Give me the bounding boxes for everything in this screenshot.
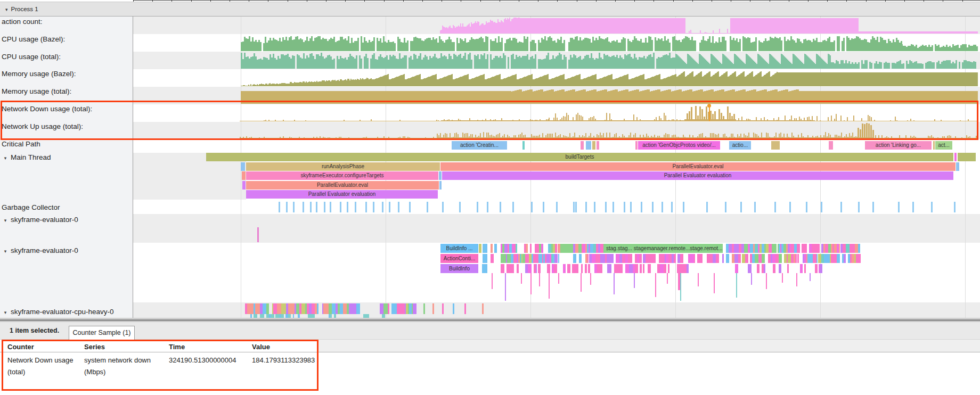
critical-path-slice[interactable]: act... xyxy=(935,141,952,150)
process-title: Process 1 xyxy=(11,6,38,12)
table-header-bg xyxy=(0,340,318,352)
main-thread-slice[interactable] xyxy=(242,171,246,180)
main-thread-slice[interactable]: ParallelEvaluator.eval xyxy=(246,181,439,190)
critical-path-slice[interactable] xyxy=(597,141,599,150)
track-label-text: Network Up usage (total): xyxy=(2,122,83,130)
critical-path-slice[interactable] xyxy=(522,141,525,150)
details-panel: 1 item selected. Counter Sample (1) Coun… xyxy=(0,322,980,395)
track-label-text: CPU usage (Bazel): xyxy=(2,35,65,43)
evaluator-slice[interactable]: stag.stag... stagemanager.remote...stage… xyxy=(602,244,723,253)
track-label-text: Critical Path xyxy=(2,140,40,148)
critical-path-slice[interactable] xyxy=(592,141,595,150)
main-thread-slice[interactable]: Parallel Evaluator evaluation xyxy=(442,171,953,180)
table-cell: Network Down usage (total) xyxy=(7,355,78,378)
main-thread-slice[interactable] xyxy=(954,153,957,161)
trace-viewer: ▾Process 1 action 'Creatin...action 'Gen… xyxy=(0,0,980,395)
critical-path-slice[interactable] xyxy=(586,141,591,150)
table-cell: system network down (Mbps) xyxy=(84,355,163,378)
panel-divider[interactable] xyxy=(0,318,980,322)
collapse-arrow-icon[interactable]: ▾ xyxy=(0,154,11,162)
track-label-text: CPU usage (total): xyxy=(2,53,61,61)
track-label: Garbage Collector xyxy=(0,203,60,211)
main-thread-slice[interactable] xyxy=(439,181,442,190)
track-label: Memory usage (Bazel): xyxy=(0,70,76,78)
track-sidebar: action count:CPU usage (Bazel):CPU usage… xyxy=(0,17,133,318)
main-thread-slice[interactable] xyxy=(958,153,976,161)
evaluator-slice[interactable]: BuildInfo ... xyxy=(440,244,478,253)
track-label-text: Network Down usage (total): xyxy=(2,105,92,113)
main-thread-slice[interactable]: buildTargets xyxy=(206,153,953,161)
main-thread-slice[interactable]: ParallelEvaluator.eval xyxy=(440,162,956,171)
table-header-value: Value xyxy=(252,343,270,351)
process-header[interactable]: ▾Process 1 xyxy=(0,2,980,17)
track-label: Critical Path xyxy=(0,140,40,148)
track-label[interactable]: ▾skyframe-evaluator-cpu-heavy-0 xyxy=(0,308,114,317)
critical-path-slice[interactable] xyxy=(829,141,833,150)
track-label[interactable]: ▾Main Thread xyxy=(0,153,51,162)
collapse-arrow-icon[interactable]: ▾ xyxy=(5,3,8,17)
tab-counter-sample[interactable]: Counter Sample (1) xyxy=(69,326,135,340)
table-header-counter: Counter xyxy=(7,343,34,351)
track-label-text: Main Thread xyxy=(11,153,51,161)
main-thread-slice[interactable] xyxy=(242,181,246,190)
track-label-text: Memory usage (Bazel): xyxy=(2,70,76,78)
table-cell: 324190.51300000004 xyxy=(169,355,249,366)
critical-path-slice[interactable] xyxy=(933,141,935,150)
selected-sample-marker[interactable] xyxy=(709,105,710,121)
selection-status: 1 item selected. xyxy=(10,327,59,334)
table-header-divider xyxy=(0,352,980,352)
collapse-arrow-icon[interactable]: ▾ xyxy=(0,309,11,317)
critical-path-slice[interactable]: action 'Creatin... xyxy=(452,141,507,150)
table-cell: 184.1793113323983 xyxy=(252,355,342,366)
track-label-text: Garbage Collector xyxy=(2,203,60,211)
track-label: Memory usage (total): xyxy=(0,87,71,95)
main-thread-slice[interactable]: skyframeExecutor.configureTargets xyxy=(246,171,438,180)
critical-path-slice[interactable] xyxy=(635,141,638,150)
table-header-series: Series xyxy=(84,343,105,351)
track-label: Network Down usage (total): xyxy=(0,105,92,113)
track-label: action count: xyxy=(0,18,43,26)
track-label-text: skyframe-evaluator-cpu-heavy-0 xyxy=(11,308,114,316)
critical-path-slice[interactable]: actio... xyxy=(729,141,751,150)
main-thread-slice[interactable]: Parallel Evaluator evaluation xyxy=(246,190,438,199)
collapse-arrow-icon[interactable]: ▾ xyxy=(0,217,11,225)
details-tab-bar: 1 item selected. Counter Sample (1) xyxy=(0,322,980,340)
evaluator-slice[interactable]: ActionConti... xyxy=(440,254,478,263)
track-label-text: skyframe-evaluator-0 xyxy=(11,246,78,254)
evaluator-slice[interactable] xyxy=(558,244,573,253)
track-label: CPU usage (total): xyxy=(0,53,61,61)
track-row[interactable] xyxy=(133,214,980,243)
critical-path-slice[interactable]: action 'Linking go... xyxy=(865,141,932,150)
track-label[interactable]: ▾skyframe-evaluator-0 xyxy=(0,246,78,256)
track-label: Network Up usage (total): xyxy=(0,122,83,130)
evaluator-slice[interactable]: BuildInfo xyxy=(440,264,478,273)
track-row[interactable] xyxy=(133,139,980,153)
track-label-text: Memory usage (total): xyxy=(2,87,71,95)
main-thread-slice[interactable] xyxy=(956,162,959,171)
track-label[interactable]: ▾skyframe-evaluator-0 xyxy=(0,216,78,225)
critical-path-slice[interactable] xyxy=(771,141,780,150)
main-thread-slice[interactable] xyxy=(439,171,442,180)
track-label: CPU usage (Bazel): xyxy=(0,35,65,43)
critical-path-slice[interactable]: action 'GenObjcProtos video/... xyxy=(638,141,720,150)
main-thread-slice[interactable]: runAnalysisPhase xyxy=(246,162,440,171)
track-label-text: skyframe-evaluator-0 xyxy=(11,216,78,224)
collapse-arrow-icon[interactable]: ▾ xyxy=(0,248,11,256)
main-thread-slice[interactable] xyxy=(241,162,245,171)
critical-path-slice[interactable] xyxy=(581,141,584,150)
track-label-text: action count: xyxy=(2,18,43,26)
table-header-time: Time xyxy=(169,343,185,351)
